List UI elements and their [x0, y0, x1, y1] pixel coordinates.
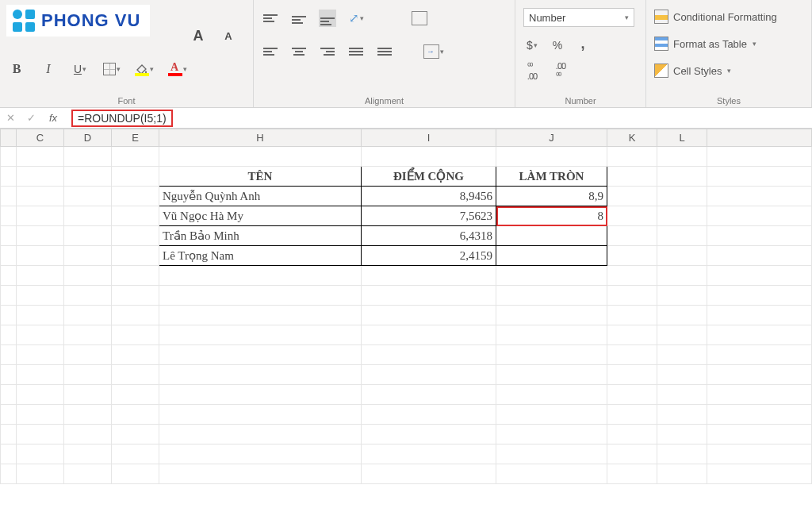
- brand-logo: PHONG VU: [6, 5, 150, 37]
- select-all-corner[interactable]: [1, 129, 17, 147]
- col-header[interactable]: E: [112, 129, 159, 147]
- align-right-button[interactable]: [319, 43, 336, 60]
- chevron-down-icon: ▾: [625, 13, 629, 21]
- table-header-score[interactable]: ĐIỂM CỘNG: [362, 167, 496, 187]
- cell-name[interactable]: Trần Bảo Minh: [159, 226, 362, 246]
- font-color-button[interactable]: A ▾: [168, 60, 187, 78]
- decrease-indent-button[interactable]: [347, 43, 365, 60]
- col-header[interactable]: C: [17, 129, 64, 147]
- conditional-formatting-button[interactable]: Conditional Formatting: [673, 8, 777, 25]
- increase-indent-button[interactable]: [376, 43, 393, 60]
- formula-cancel-button[interactable]: ✕: [0, 112, 21, 124]
- format-as-table-icon: [654, 37, 668, 51]
- align-bottom-button[interactable]: [319, 10, 336, 27]
- col-header[interactable]: L: [657, 129, 707, 147]
- cell-styles-icon: [654, 64, 668, 78]
- col-header[interactable]: D: [64, 129, 112, 147]
- increase-font-size-button[interactable]: A: [190, 27, 207, 44]
- brand-logo-text: PHONG VU: [41, 10, 140, 31]
- table-row: Vũ Ngọc Hà My 7,5623 8: [1, 206, 812, 226]
- table-row: Trần Bảo Minh 6,4318: [1, 226, 812, 246]
- spreadsheet[interactable]: C D E H I J K L TÊN ĐIỂM CỘNG LÀM TRÒN N…: [0, 129, 812, 484]
- col-header[interactable]: J: [496, 129, 607, 147]
- conditional-formatting-icon: [654, 10, 668, 24]
- ribbon-group-font-label: Font: [8, 93, 245, 107]
- cell-name[interactable]: Lê Trọng Nam: [159, 246, 362, 266]
- cell-score[interactable]: 2,4159: [362, 246, 496, 266]
- table-header-round[interactable]: LÀM TRÒN: [496, 167, 607, 187]
- col-header[interactable]: H: [159, 129, 362, 147]
- cell-styles-button[interactable]: Cell Styles: [673, 62, 722, 79]
- cell-score[interactable]: 6,4318: [362, 226, 496, 246]
- align-left-button[interactable]: [262, 43, 279, 60]
- cell-round[interactable]: [496, 226, 607, 246]
- underline-button[interactable]: U▾: [71, 60, 89, 78]
- ribbon-group-styles: Conditional Formatting Format as Table▾ …: [646, 0, 812, 107]
- ribbon-group-number-label: Number: [523, 93, 638, 107]
- decrease-decimal-button[interactable]: .00⁰⁰: [552, 62, 569, 79]
- decrease-font-size-button[interactable]: A: [220, 27, 237, 44]
- cell-round[interactable]: [496, 246, 607, 266]
- orientation-button[interactable]: ⤢▾: [347, 10, 365, 27]
- cell-round[interactable]: 8,9: [496, 187, 607, 206]
- border-button[interactable]: ▾: [103, 60, 121, 78]
- cell-score[interactable]: 8,9456: [362, 187, 496, 206]
- bold-button[interactable]: B: [8, 60, 25, 78]
- comma-format-button[interactable]: [574, 37, 592, 54]
- merge-center-button[interactable]: ▾: [423, 43, 444, 60]
- increase-decimal-button[interactable]: ⁰⁰.00: [523, 62, 541, 79]
- table-row: TÊN ĐIỂM CỘNG LÀM TRÒN: [1, 167, 812, 187]
- table-row: Nguyễn Quỳnh Anh 8,9456 8,9: [1, 187, 812, 206]
- align-top-button[interactable]: [262, 10, 279, 27]
- cell-name[interactable]: Nguyễn Quỳnh Anh: [159, 187, 362, 206]
- align-center-button[interactable]: [290, 43, 308, 60]
- cell-score[interactable]: 7,5623: [362, 206, 496, 226]
- table-header-name[interactable]: TÊN: [159, 167, 362, 187]
- brand-logo-mark: [13, 10, 35, 32]
- ribbon-group-number: Number ▾ ▾ ⁰⁰.00 .00⁰⁰ Number: [515, 0, 646, 107]
- col-header[interactable]: K: [607, 129, 657, 147]
- fill-icon: [135, 62, 149, 76]
- wrap-text-button[interactable]: [411, 10, 428, 27]
- fill-color-button[interactable]: ▾: [135, 60, 154, 78]
- formula-input[interactable]: =ROUNDUP(I5;1): [65, 112, 812, 125]
- align-middle-button[interactable]: [290, 10, 308, 27]
- formula-text: =ROUNDUP(I5;1): [71, 110, 173, 127]
- formula-bar: ✕ ✓ fx =ROUNDUP(I5;1): [0, 108, 812, 129]
- percent-format-button[interactable]: [549, 37, 566, 54]
- table-row: Lê Trọng Nam 2,4159: [1, 246, 812, 266]
- ribbon-group-alignment-label: Alignment: [262, 93, 507, 107]
- cell-round-highlighted[interactable]: 8: [496, 206, 607, 226]
- formula-enter-button[interactable]: ✓: [21, 112, 41, 124]
- number-format-select[interactable]: Number ▾: [523, 8, 634, 27]
- accounting-format-button[interactable]: ▾: [523, 37, 541, 54]
- font-color-icon: A: [168, 62, 182, 76]
- col-header[interactable]: I: [362, 129, 496, 147]
- cell-name[interactable]: Vũ Ngọc Hà My: [159, 206, 362, 226]
- border-icon: [103, 63, 116, 75]
- ribbon-group-styles-label: Styles: [654, 93, 803, 107]
- number-format-value: Number: [529, 12, 565, 24]
- format-as-table-button[interactable]: Format as Table: [673, 35, 747, 52]
- wrap-text-icon: [412, 11, 427, 25]
- ribbon-group-alignment: ⤢▾ ▾ Alignment: [254, 0, 515, 107]
- insert-function-button[interactable]: fx: [41, 112, 65, 124]
- column-header-row: C D E H I J K L: [1, 129, 812, 147]
- italic-button[interactable]: I: [40, 60, 57, 78]
- merge-icon: [423, 44, 439, 59]
